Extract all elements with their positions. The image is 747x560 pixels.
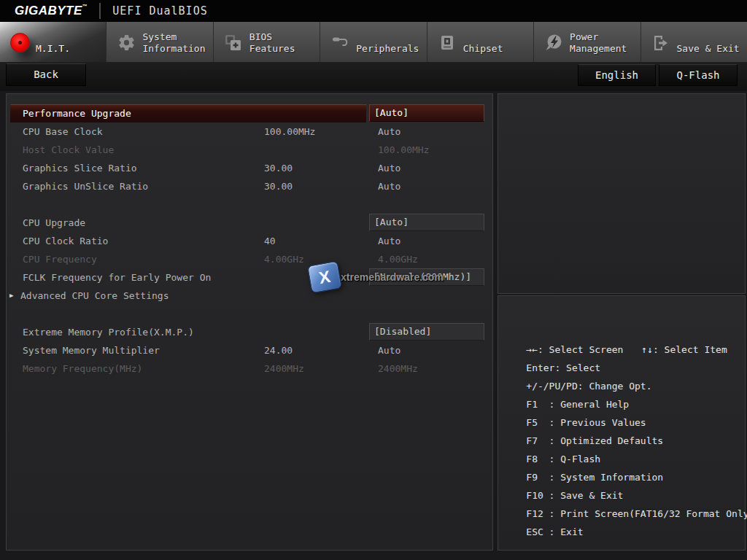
setting-option-value[interactable]: Auto <box>369 177 484 195</box>
help-keys: F7 : Optimized Defaults <box>526 432 663 450</box>
setting-current-value: 40 <box>264 232 276 250</box>
setting-label: Extreme Memory Profile(X.M.P.) <box>23 323 194 341</box>
tab-peripherals[interactable]: Peripherals <box>320 22 427 62</box>
help-keys-secondary: ↑↓: Select Item <box>641 344 727 355</box>
tab-label: System Information <box>142 26 212 58</box>
mit-dot-icon <box>9 33 30 53</box>
topbar: GIGABYTE™ UEFI DualBIOS <box>0 0 747 22</box>
settings-row[interactable]: Extreme Memory Profile(X.M.P.) [Disabled… <box>7 323 492 341</box>
qflash-button[interactable]: Q-Flash <box>659 64 738 86</box>
language-button[interactable]: English <box>578 64 656 86</box>
help-keys: +/-/PU/PD: Change Opt. <box>526 377 651 395</box>
tab-save-exit[interactable]: Save & Exit <box>641 22 747 62</box>
uefi-title: UEFI DualBIOS <box>112 4 207 18</box>
tab-system-information[interactable]: System Information <box>107 22 213 62</box>
tab-label: Peripherals <box>356 26 419 58</box>
help-keys: Enter: Select <box>526 359 600 377</box>
settings-row[interactable]: CPU Clock Ratio 40 Auto <box>7 232 492 250</box>
gigabyte-logo: GIGABYTE™ <box>15 4 88 18</box>
settings-row[interactable]: FCLK Frequency for Early Power On [Norma… <box>7 268 492 287</box>
settings-row[interactable]: CPU Upgrade [Auto] <box>7 214 492 232</box>
setting-option-value[interactable]: [Auto] <box>369 104 484 122</box>
setting-current-value: 2400MHz <box>264 359 304 378</box>
help-keys: F12 : Print Screen(FAT16/32 Format Only) <box>526 505 747 523</box>
gear-icon <box>116 33 136 53</box>
help-line: →←: Select Screen↑↓: Select Item <box>503 322 745 341</box>
setting-label: CPU Clock Ratio <box>23 232 108 250</box>
tab-label: Chipset <box>463 26 503 58</box>
trademark-symbol: ™ <box>82 4 88 9</box>
setting-label: FCLK Frequency for Early Power On <box>23 268 211 287</box>
settings-row[interactable]: ▶ Advanced CPU Core Settings <box>7 287 492 305</box>
help-keys: ESC : Exit <box>526 523 583 541</box>
settings-row[interactable]: CPU Base Clock 100.00MHz Auto <box>7 122 492 141</box>
settings-row[interactable]: Host Clock Value 100.00MHz <box>7 141 492 159</box>
tab-power-management[interactable]: Power Management <box>534 22 640 62</box>
setting-option-value[interactable]: 4.00GHz <box>369 250 484 268</box>
help-keys: →←: Select Screen <box>526 341 641 359</box>
chipset-icon <box>437 33 457 53</box>
toolbar: Back English Q-Flash <box>0 62 747 91</box>
tab-mit[interactable]: M.I.T. <box>0 22 107 62</box>
topbar-divider <box>99 3 101 19</box>
setting-current-value: 100.00MHz <box>264 122 315 141</box>
setting-option-value[interactable]: Auto <box>369 159 484 177</box>
help-keys: F8 : Q-Flash <box>526 450 600 468</box>
setting-label: System Memory Multiplier <box>23 341 160 359</box>
bios-screen: GIGABYTE™ UEFI DualBIOS M.I.T. System In… <box>0 0 747 560</box>
setting-option-value[interactable]: Auto <box>369 122 484 141</box>
settings-row[interactable]: CPU Frequency 4.00GHz 4.00GHz <box>7 250 492 268</box>
key-help-panel: →←: Select Screen↑↓: Select Item Enter: … <box>498 295 746 551</box>
setting-option-value[interactable]: [Normal (800Mhz)] <box>369 268 484 286</box>
help-keys: F9 : System Information <box>526 468 663 486</box>
setting-current-value: 24.00 <box>264 341 293 359</box>
bios-icon <box>223 33 244 53</box>
tab-label: M.I.T. <box>36 26 70 58</box>
setting-label: Performance Upgrade <box>23 104 131 122</box>
setting-current-value: 4.00GHz <box>264 250 304 268</box>
setting-option-value[interactable]: Auto <box>369 232 484 250</box>
power-icon <box>543 33 564 53</box>
setting-label: Advanced CPU Core Settings <box>20 287 169 305</box>
tab-label: Save & Exit <box>677 26 740 58</box>
setting-option-value[interactable]: 100.00MHz <box>369 141 484 159</box>
setting-current-value: 30.00 <box>264 159 293 177</box>
back-button[interactable]: Back <box>6 63 86 86</box>
tab-bios-features[interactable]: BIOS Features <box>214 22 320 62</box>
submenu-arrow-icon: ▶ <box>9 287 13 305</box>
save-exit-icon <box>651 33 671 53</box>
tabbar: M.I.T. System Information BIOS Features … <box>0 22 747 62</box>
settings-row[interactable]: Performance Upgrade [Auto] <box>7 104 492 122</box>
tab-label: Power Management <box>570 26 640 58</box>
setting-option-value[interactable]: Auto <box>369 341 484 359</box>
setting-label: Graphics Slice Ratio <box>23 159 137 177</box>
setting-label: Graphics UnSlice Ratio <box>23 177 148 195</box>
peripherals-icon <box>330 33 350 53</box>
settings-row[interactable]: System Memory Multiplier 24.00 Auto <box>7 341 492 359</box>
setting-option-value[interactable]: [Disabled] <box>369 323 484 341</box>
setting-label: CPU Frequency <box>23 250 97 268</box>
item-help-panel <box>498 93 746 294</box>
settings-row[interactable]: Graphics Slice Ratio 30.00 Auto <box>7 159 492 177</box>
settings-row[interactable]: Graphics UnSlice Ratio 30.00 Auto <box>7 177 492 195</box>
setting-current-value: 30.00 <box>264 177 293 195</box>
tab-chipset[interactable]: Chipset <box>427 22 534 62</box>
row-spacer <box>7 195 492 214</box>
settings-row[interactable]: Memory Frequency(MHz) 2400MHz 2400MHz <box>7 359 492 378</box>
setting-option-value[interactable]: 2400MHz <box>369 359 484 378</box>
help-keys: F5 : Previous Values <box>526 413 646 432</box>
row-spacer <box>7 305 492 323</box>
tab-label: BIOS Features <box>249 26 320 58</box>
setting-option-value[interactable]: [Auto] <box>369 214 484 231</box>
help-keys: F10 : Save & Exit <box>526 486 623 505</box>
setting-label: CPU Upgrade <box>23 214 85 232</box>
setting-label: Memory Frequency(MHz) <box>23 359 142 378</box>
setting-label: Host Clock Value <box>23 141 114 159</box>
help-keys: F1 : General Help <box>526 395 629 413</box>
settings-panel: Performance Upgrade [Auto] CPU Base Cloc… <box>6 93 493 551</box>
setting-label: CPU Base Clock <box>23 122 103 141</box>
